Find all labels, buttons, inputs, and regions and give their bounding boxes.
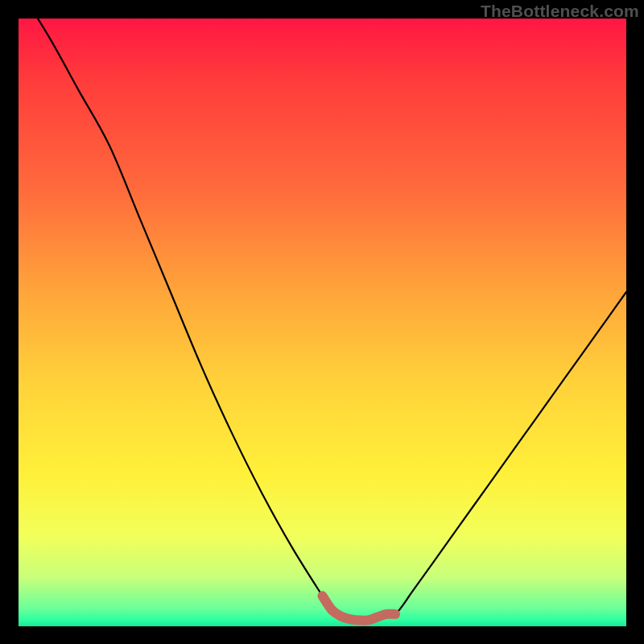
plot-area xyxy=(19,19,626,626)
curve-path xyxy=(19,0,626,621)
optimal-range-highlight xyxy=(323,596,396,621)
chart-frame: TheBottleneck.com xyxy=(0,0,644,644)
bottleneck-curve xyxy=(19,19,626,626)
